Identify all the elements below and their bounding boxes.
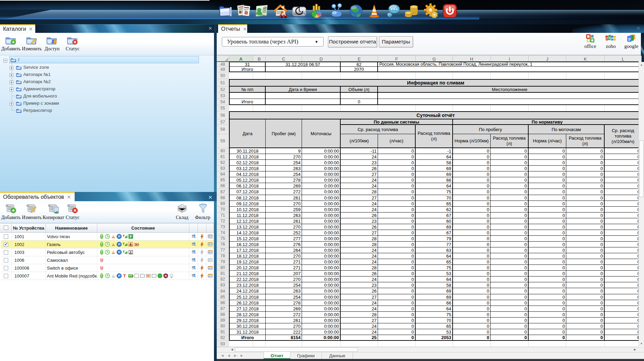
svg-text:P: P bbox=[118, 242, 121, 246]
svg-text:O: O bbox=[614, 37, 616, 40]
svg-text:@: @ bbox=[263, 5, 267, 10]
svg-text:P: P bbox=[118, 274, 121, 278]
svg-text:F: F bbox=[130, 243, 132, 246]
svg-text:P: P bbox=[118, 234, 121, 238]
svg-text:Z: Z bbox=[606, 37, 608, 40]
svg-text:O: O bbox=[609, 36, 611, 40]
svg-text:F: F bbox=[130, 235, 132, 238]
svg-text:P: P bbox=[118, 250, 121, 254]
svg-text:H: H bbox=[611, 37, 614, 40]
